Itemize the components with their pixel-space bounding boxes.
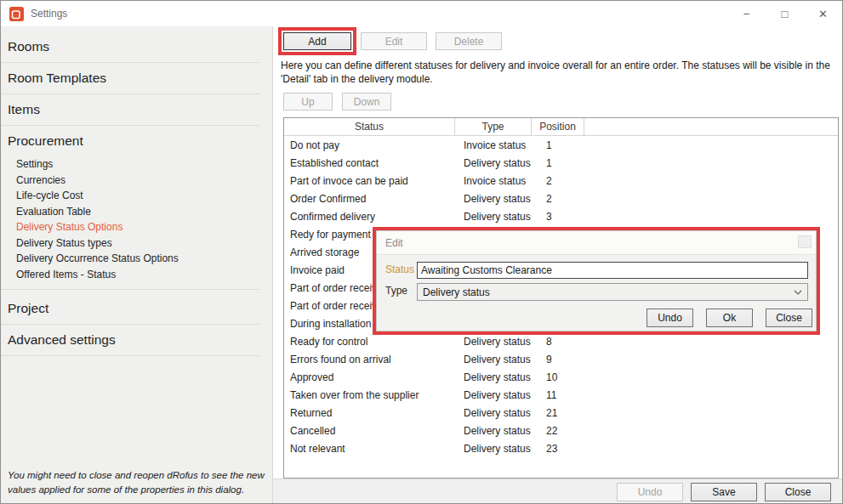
row-status: Ready for control [284,336,455,348]
sidebar-item[interactable]: Currencies [1,173,259,189]
status-input[interactable] [417,262,808,279]
row-type: Delivery status [455,193,532,205]
row-type: Delivery status [455,443,532,455]
column-header-status[interactable]: Status [284,118,455,135]
table-row[interactable]: Part of invoce can be paid Invoice statu… [284,172,838,190]
sidebar-item[interactable]: Advanced settings [1,325,259,356]
sidebar-item[interactable]: Room Templates [1,63,259,94]
type-dropdown[interactable]: Delivery status [417,283,808,301]
sidebar-item[interactable]: Rooms [1,31,259,63]
sidebar-item[interactable]: Delivery Status Options [1,219,259,235]
row-type: Delivery status [455,157,532,169]
table-header-row: Status Type Position [284,118,838,136]
row-type: Invoice status [455,175,532,187]
table-row[interactable]: Do not pay Invoice status 1 [284,136,838,154]
section-description: Here you can define different statuses f… [281,59,839,86]
row-position: 2 [532,175,584,187]
sidebar-item[interactable]: Delivery Occurrence Status Options [1,251,259,267]
drofus-app-icon [9,7,24,21]
row-type: Delivery status [455,407,532,419]
table-row[interactable]: Cancelled Delivery status 22 [284,422,838,439]
row-status: Order Confirmed [284,193,455,205]
row-position: 23 [532,443,584,455]
dialog-ok-button[interactable]: Ok [706,309,753,327]
sidebar-item[interactable]: Life-cycle Cost [1,188,259,204]
row-type: Invoice status [455,139,532,151]
sidebar-item[interactable]: Evaluation Table [1,204,259,220]
edit-dialog: Edit Status Type Delivery status [376,230,817,331]
table-row[interactable]: Ready for control Delivery status 8 [284,332,838,350]
row-status: Confirmed delivery [284,211,455,223]
edit-dialog-annotation-box: Edit Status Type Delivery status [373,227,820,335]
sidebar-item[interactable]: Delivery Status types [1,235,259,252]
sidebar-item[interactable]: Settings [1,156,259,173]
row-status: Part of invoce can be paid [284,175,455,187]
dialog-undo-button[interactable]: Undo [646,309,693,327]
undo-button[interactable]: Undo [617,483,683,501]
row-position: 21 [532,407,584,419]
main-panel: Add Edit Delete Here you can define diff… [273,26,842,503]
add-button[interactable]: Add [283,32,351,50]
edit-button[interactable]: Edit [361,32,427,50]
table-row[interactable]: Errors found on arrival Delivery status … [284,350,838,368]
type-field-row: Type [385,285,418,297]
row-position: 2 [532,193,584,205]
table-row[interactable]: Order Confirmed Delivery status 2 [284,190,838,207]
table-row[interactable]: Approved Delivery status 10 [284,368,838,386]
row-type: Delivery status [455,354,532,365]
table-row[interactable]: Taken over from the supplier Delivery st… [284,386,838,404]
edit-dialog-title: Edit [385,237,403,249]
move-down-button[interactable]: Down [342,93,391,110]
title-bar: Settings − □ ✕ [1,1,842,26]
row-type: Delivery status [455,371,532,383]
table-row[interactable]: Not relevant Delivery status 23 [284,439,838,457]
save-button[interactable]: Save [691,483,757,501]
row-position: 9 [532,354,584,365]
settings-sidebar: Rooms Room Templates Items Procurement S… [1,26,273,503]
close-button[interactable]: Close [765,483,831,501]
type-dropdown-value: Delivery status [423,286,490,298]
status-field-row: Status [385,263,418,275]
column-header-type[interactable]: Type [455,118,532,135]
minimize-icon[interactable]: − [727,1,766,26]
row-status: Taken over from the supplier [284,389,455,401]
column-header-position[interactable]: Position [532,118,584,135]
close-icon[interactable]: ✕ [804,1,842,26]
sidebar-item[interactable]: Offered Items - Status [1,267,259,291]
type-field-label: Type [385,285,418,297]
table-row[interactable]: Confirmed delivery Delivery status 3 [284,207,838,225]
sidebar-item[interactable]: Procurement [1,126,259,156]
row-status: Established contact [284,157,455,169]
table-row[interactable]: Returned Delivery status 21 [284,404,838,422]
sidebar-item[interactable]: Project [1,293,259,325]
dialog-close-button[interactable]: Close [766,309,812,327]
move-up-button[interactable]: Up [283,93,333,110]
sidebar-item[interactable]: Items [1,94,259,126]
row-type: Delivery status [455,389,532,401]
dialog-button-row: Undo Ok Close [646,309,812,327]
window-title: Settings [31,8,67,20]
status-field-label: Status [385,263,418,275]
row-type: Delivery status [455,211,532,223]
row-position: 8 [532,336,584,348]
row-status: Not relevant [284,443,455,455]
row-status: Approved [284,371,455,383]
dialog-system-button[interactable] [798,235,812,248]
row-position: 10 [532,371,584,383]
row-position: 11 [532,389,584,401]
row-position: 1 [532,157,584,169]
row-type: Delivery status [455,425,532,437]
sidebar-nav: Rooms Room Templates Items Procurement S… [1,31,272,356]
table-row[interactable]: Established contact Delivery status 1 [284,154,838,172]
add-button-annotation-box: Add [278,27,356,55]
edit-dialog-titlebar: Edit [377,231,816,255]
row-status: Returned [284,407,455,419]
row-status: Cancelled [284,425,455,437]
row-position: 3 [532,211,584,223]
row-position: 22 [532,425,584,437]
chevron-down-icon [794,290,802,295]
delete-button[interactable]: Delete [436,32,502,50]
maximize-icon[interactable]: □ [766,1,804,26]
sidebar-footnote: You might need to close and reopen dRofu… [8,468,270,496]
row-status: Errors found on arrival [284,354,455,365]
